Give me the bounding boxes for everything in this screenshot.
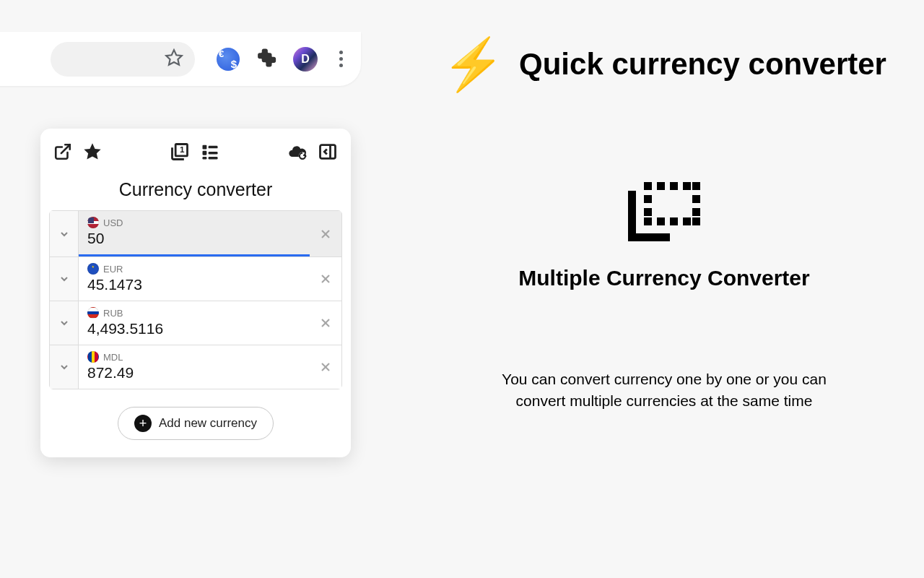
svg-rect-23 <box>628 233 670 241</box>
currency-list: USD50EUR45.1473RUB4,493.5116MDL872.49 <box>49 210 342 389</box>
expand-chevron-icon[interactable] <box>50 211 79 256</box>
svg-rect-24 <box>644 182 652 190</box>
svg-rect-36 <box>644 195 652 203</box>
currency-code: RUB <box>103 308 123 319</box>
bookmark-star-icon[interactable] <box>165 48 183 70</box>
svg-rect-27 <box>683 182 691 190</box>
remove-currency-icon[interactable] <box>310 257 341 301</box>
avatar-letter: D <box>301 53 310 66</box>
open-external-icon[interactable] <box>53 142 72 164</box>
svg-rect-8 <box>209 152 218 155</box>
flag-icon <box>87 263 99 275</box>
currency-input-area[interactable]: EUR45.1473 <box>79 257 310 301</box>
svg-marker-0 <box>166 50 182 65</box>
popup-toolbar: 1 <box>49 142 342 166</box>
currency-code: USD <box>103 217 123 228</box>
expand-chevron-icon[interactable] <box>50 257 79 301</box>
expand-chevron-icon[interactable] <box>50 345 79 389</box>
svg-rect-28 <box>692 182 700 190</box>
flag-icon <box>87 307 99 319</box>
currency-row: USD50 <box>49 210 342 257</box>
extensions-puzzle-icon[interactable] <box>256 47 277 72</box>
currency-label: USD <box>87 217 301 228</box>
currency-row: EUR45.1473 <box>49 257 342 301</box>
cloud-sync-icon[interactable] <box>287 142 308 165</box>
currency-label: EUR <box>87 263 301 275</box>
single-view-icon[interactable]: 1 <box>170 142 190 165</box>
extension-currency-icon[interactable] <box>217 48 240 71</box>
currency-code: MDL <box>103 352 123 363</box>
svg-rect-30 <box>692 208 700 216</box>
currency-input-area[interactable]: USD50 <box>79 211 310 256</box>
multi-select-dashed-icon <box>628 182 700 244</box>
flag-icon <box>87 351 99 363</box>
currency-label: RUB <box>87 307 301 319</box>
svg-rect-12 <box>321 145 336 159</box>
add-currency-button[interactable]: + Add new currency <box>118 407 274 440</box>
feature-title: Multiple Currency Converter <box>518 266 809 290</box>
list-view-icon[interactable] <box>200 142 220 165</box>
currency-value[interactable]: 4,493.5116 <box>87 320 301 337</box>
popup-title: Currency converter <box>49 179 342 200</box>
svg-rect-7 <box>203 151 207 155</box>
currency-value[interactable]: 872.49 <box>87 364 301 381</box>
svg-text:1: 1 <box>180 144 185 154</box>
currency-input-area[interactable]: MDL872.49 <box>79 345 310 389</box>
svg-rect-32 <box>644 217 652 225</box>
svg-marker-2 <box>84 143 100 159</box>
marketing-panel: ⚡ Quick currency converter <box>433 39 895 413</box>
currency-value[interactable]: 50 <box>87 230 301 247</box>
svg-rect-33 <box>657 217 665 225</box>
headline: Quick currency converter <box>519 47 886 81</box>
svg-rect-10 <box>209 157 218 160</box>
feature-description: You can convert currency one by one or y… <box>484 368 845 413</box>
currency-row: MDL872.49 <box>49 345 342 389</box>
profile-avatar[interactable]: D <box>293 47 318 72</box>
plus-icon: + <box>134 415 152 432</box>
collapse-panel-icon[interactable] <box>318 142 338 165</box>
svg-rect-9 <box>203 157 207 160</box>
currency-row: RUB4,493.5116 <box>49 301 342 345</box>
omnibox[interactable] <box>51 42 195 77</box>
remove-currency-icon[interactable] <box>310 211 341 256</box>
svg-rect-26 <box>670 182 678 190</box>
currency-label: MDL <box>87 351 301 363</box>
currency-value[interactable]: 45.1473 <box>87 276 301 293</box>
remove-currency-icon[interactable] <box>310 301 341 345</box>
favorite-star-icon[interactable] <box>82 142 103 165</box>
currency-input-area[interactable]: RUB4,493.5116 <box>79 301 310 345</box>
svg-rect-34 <box>670 217 678 225</box>
expand-chevron-icon[interactable] <box>50 301 79 345</box>
browser-menu-icon[interactable] <box>334 49 348 69</box>
svg-rect-31 <box>692 217 700 225</box>
add-currency-label: Add new currency <box>159 416 257 431</box>
lightning-bolt-icon: ⚡ <box>442 39 505 90</box>
svg-rect-35 <box>683 217 691 225</box>
svg-rect-29 <box>692 195 700 203</box>
flag-icon <box>87 217 99 228</box>
browser-toolbar: D <box>0 32 361 86</box>
extension-popup: 1 Currency converter USD50EUR45.1473RUB4… <box>40 129 351 457</box>
currency-code: EUR <box>103 264 123 275</box>
svg-line-1 <box>61 144 70 153</box>
svg-rect-25 <box>657 182 665 190</box>
svg-rect-37 <box>644 208 652 216</box>
remove-currency-icon[interactable] <box>310 345 341 389</box>
svg-rect-6 <box>209 146 218 149</box>
svg-rect-5 <box>203 145 207 150</box>
